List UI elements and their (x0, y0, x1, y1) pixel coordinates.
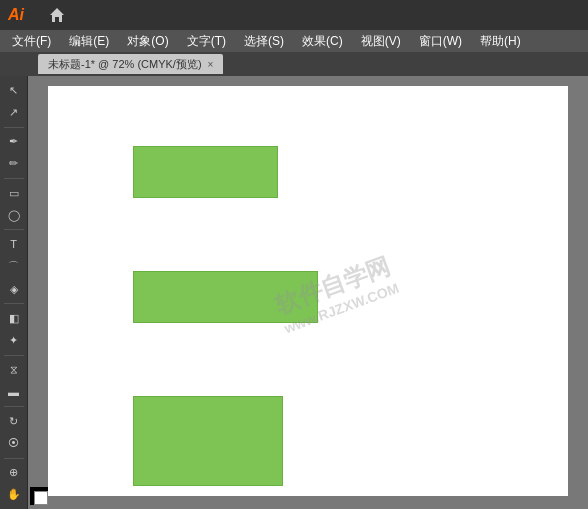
tool-direct-select[interactable]: ↗ (3, 102, 25, 122)
tool-blend[interactable]: ⧖ (3, 360, 25, 380)
title-bar: Ai (0, 0, 588, 30)
tool-arc[interactable]: ⌒ (3, 257, 25, 277)
white-canvas (48, 86, 568, 496)
tool-select[interactable]: ↖ (3, 80, 25, 100)
green-rectangle-rect1[interactable] (133, 146, 278, 198)
tool-separator (4, 127, 24, 128)
tab-label: 未标题-1* @ 72% (CMYK/预览) (48, 57, 202, 72)
tool-separator (4, 458, 24, 459)
tool-zoom[interactable]: ⊕ (3, 462, 25, 482)
color-indicators (30, 487, 48, 505)
tool-rotate[interactable]: ↻ (3, 411, 25, 431)
tool-separator (4, 229, 24, 230)
menu-item-window[interactable]: 窗口(W) (411, 31, 470, 52)
menu-item-select[interactable]: 选择(S) (236, 31, 292, 52)
tool-separator (4, 406, 24, 407)
ai-logo: Ai (8, 6, 38, 24)
tool-gradient[interactable]: ◧ (3, 308, 25, 328)
tool-type[interactable]: T (3, 234, 25, 254)
tool-separator (4, 355, 24, 356)
tool-symbol-spray[interactable]: ⦿ (3, 433, 25, 453)
green-rectangle-rect2[interactable] (133, 271, 318, 323)
tool-separator (4, 178, 24, 179)
tool-rect-tool[interactable]: ▭ (3, 183, 25, 203)
fill-color[interactable] (34, 491, 48, 505)
tool-hand[interactable]: ✋ (3, 485, 25, 505)
tool-ellipse[interactable]: ◯ (3, 205, 25, 225)
toolbar: ↖↗✒✏▭◯T⌒◈◧✦⧖▬↻⦿⊕✋ (0, 76, 28, 509)
document-tab[interactable]: 未标题-1* @ 72% (CMYK/预览) × (38, 54, 223, 74)
tab-bar: 未标题-1* @ 72% (CMYK/预览) × (0, 52, 588, 76)
menu-item-file[interactable]: 文件(F) (4, 31, 59, 52)
home-button[interactable] (46, 4, 68, 26)
tool-eyedropper[interactable]: ✦ (3, 330, 25, 350)
menu-bar: 文件(F)编辑(E)对象(O)文字(T)选择(S)效果(C)视图(V)窗口(W)… (0, 30, 588, 52)
green-rectangle-rect3[interactable] (133, 396, 283, 486)
tool-column[interactable]: ▬ (3, 382, 25, 402)
tab-close-button[interactable]: × (208, 59, 214, 70)
menu-item-effect[interactable]: 效果(C) (294, 31, 351, 52)
tool-pencil[interactable]: ✏ (3, 154, 25, 174)
main-area: ↖↗✒✏▭◯T⌒◈◧✦⧖▬↻⦿⊕✋ 软件自学网 www.RJZXW.COM (0, 76, 588, 509)
menu-item-help[interactable]: 帮助(H) (472, 31, 529, 52)
menu-item-object[interactable]: 对象(O) (119, 31, 176, 52)
tool-separator (4, 303, 24, 304)
stroke-color[interactable] (30, 487, 48, 505)
tool-paint-bucket[interactable]: ◈ (3, 279, 25, 299)
menu-item-view[interactable]: 视图(V) (353, 31, 409, 52)
menu-item-edit[interactable]: 编辑(E) (61, 31, 117, 52)
tool-pen[interactable]: ✒ (3, 131, 25, 151)
menu-item-type[interactable]: 文字(T) (179, 31, 234, 52)
canvas-area[interactable]: 软件自学网 www.RJZXW.COM (28, 76, 588, 509)
